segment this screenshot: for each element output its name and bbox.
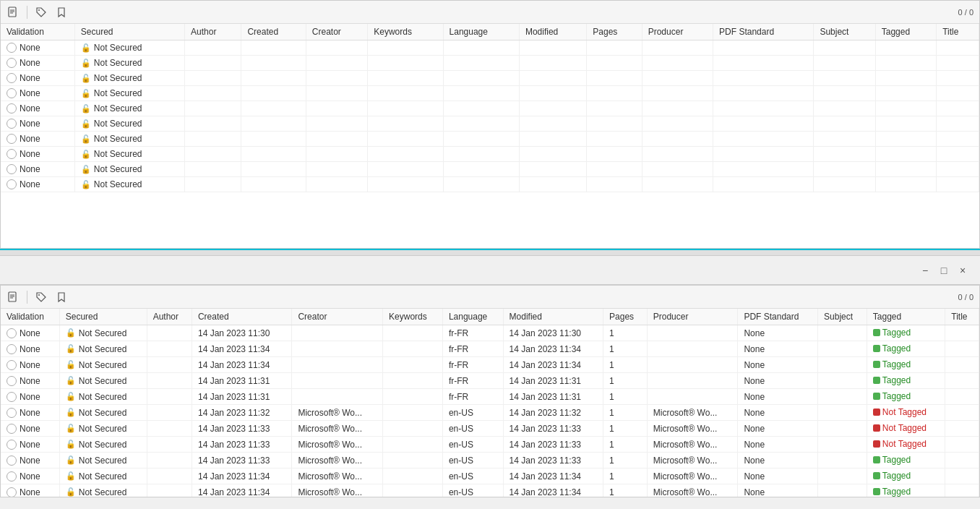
svg-point-9 [38, 294, 40, 296]
table-row[interactable]: None 🔓 Not Secured 14 Jan 2023 11:33 Mic… [1, 453, 979, 469]
cell-keywords [368, 132, 443, 147]
cell-tagged: Tagged [867, 325, 945, 341]
tagged-value: Tagged [873, 359, 911, 369]
cell-secured: 🔓 Not Secured [59, 484, 147, 497]
table-row[interactable]: None 🔓 Not Secured 14 Jan 2023 11:31 fr-… [1, 373, 979, 389]
table-container-2[interactable]: Validation Secured Author Created Creato… [1, 309, 979, 497]
cell-language [443, 86, 519, 101]
validation-value: None [20, 119, 40, 129]
tagged-value: Tagged [873, 375, 911, 385]
cell-tagged [875, 71, 936, 86]
cell-subject [818, 453, 867, 469]
cell-secured: 🔓 Not Secured [74, 177, 184, 192]
cell-creator: Microsoft® Wo... [292, 437, 383, 453]
cell-pages: 1 [603, 357, 648, 373]
secured-value: Not Secured [79, 440, 127, 450]
col-validation: Validation [1, 24, 74, 40]
table-container-1[interactable]: Validation Secured Author Created Creato… [1, 24, 979, 248]
col-tagged: Tagged [875, 24, 936, 40]
cell-language: fr-FR [442, 325, 503, 341]
table-row[interactable]: None 🔓 Not Secured [1, 71, 979, 86]
cell-secured: 🔓 Not Secured [59, 357, 147, 373]
document-icon-2[interactable] [7, 291, 20, 304]
cell-modified: 14 Jan 2023 11:32 [503, 405, 603, 421]
cell-created: 14 Jan 2023 11:34 [192, 341, 291, 357]
table-row[interactable]: None 🔓 Not Secured [1, 56, 979, 71]
cell-subject [818, 341, 867, 357]
table-row[interactable]: None 🔓 Not Secured 14 Jan 2023 11:33 Mic… [1, 437, 979, 453]
cell-author [185, 40, 241, 56]
document-icon[interactable] [7, 6, 20, 19]
table-row[interactable]: None 🔓 Not Secured [1, 147, 979, 162]
cell-author [147, 484, 192, 497]
cell-creator: Microsoft® Wo... [292, 453, 383, 469]
cell-pdfstandard [713, 56, 814, 71]
cell-modified [519, 116, 586, 132]
cell-created: 14 Jan 2023 11:33 [192, 453, 291, 469]
tagged-value: Tagged [873, 487, 911, 497]
cell-modified: 14 Jan 2023 11:33 [503, 421, 603, 437]
cell-pdfstandard [713, 132, 814, 147]
secured-value: Not Secured [79, 424, 127, 434]
table-row[interactable]: None 🔓 Not Secured 14 Jan 2023 11:32 Mic… [1, 405, 979, 421]
cell-title [937, 177, 979, 192]
table-row[interactable]: None 🔓 Not Secured 14 Jan 2023 11:34 Mic… [1, 484, 979, 497]
cell-pages [587, 101, 642, 116]
cell-author [147, 437, 192, 453]
bookmark-icon[interactable] [55, 6, 68, 19]
validation-icon [7, 440, 17, 450]
close-button[interactable]: × [957, 265, 968, 276]
cell-subject [814, 56, 875, 71]
table-row[interactable]: None 🔓 Not Secured 14 Jan 2023 11:33 Mic… [1, 421, 979, 437]
cell-producer [642, 71, 713, 86]
table-row[interactable]: None 🔓 Not Secured [1, 132, 979, 147]
cell-modified [519, 71, 586, 86]
cell-secured: 🔓 Not Secured [59, 421, 147, 437]
tag-icon[interactable] [35, 6, 48, 19]
cell-producer [647, 341, 738, 357]
lock-icon: 🔓 [66, 360, 76, 369]
secured-value: Not Secured [94, 164, 142, 174]
table-row[interactable]: None 🔓 Not Secured [1, 116, 979, 132]
tagged-dot-green [873, 345, 880, 352]
cell-creator [306, 101, 367, 116]
col-keywords: Keywords [368, 24, 443, 40]
table-row[interactable]: None 🔓 Not Secured [1, 86, 979, 101]
cell-keywords [383, 453, 443, 469]
table-row[interactable]: None 🔓 Not Secured 14 Jan 2023 11:34 fr-… [1, 341, 979, 357]
table-row[interactable]: None 🔓 Not Secured [1, 101, 979, 116]
cell-secured: 🔓 Not Secured [74, 56, 184, 71]
table-row[interactable]: None 🔓 Not Secured 14 Jan 2023 11:34 Mic… [1, 469, 979, 484]
cell-pages [587, 40, 642, 56]
table-row[interactable]: None 🔓 Not Secured [1, 162, 979, 177]
cell-author [185, 132, 241, 147]
cell-created: 14 Jan 2023 11:34 [192, 357, 291, 373]
cell-subject [814, 147, 875, 162]
cell-producer [642, 147, 713, 162]
table-row[interactable]: None 🔓 Not Secured [1, 177, 979, 192]
table-row[interactable]: None 🔓 Not Secured [1, 40, 979, 56]
col-creator: Creator [306, 24, 367, 40]
tag-icon-2[interactable] [35, 291, 48, 304]
table-row[interactable]: None 🔓 Not Secured 14 Jan 2023 11:31 fr-… [1, 389, 979, 405]
cell-validation: None [1, 162, 74, 177]
cell-keywords [368, 177, 443, 192]
cell-title [937, 71, 979, 86]
cell-pdfstandard [713, 40, 814, 56]
cell-pages [587, 86, 642, 101]
table-row[interactable]: None 🔓 Not Secured 14 Jan 2023 11:30 fr-… [1, 325, 979, 341]
maximize-button[interactable]: □ [938, 265, 950, 276]
cell-pdfstandard [713, 147, 814, 162]
cell-language: fr-FR [442, 341, 503, 357]
bookmark-icon-2[interactable] [55, 291, 68, 304]
cell-created [241, 40, 306, 56]
minimize-button[interactable]: − [919, 265, 931, 276]
cell-secured: 🔓 Not Secured [74, 116, 184, 132]
validation-value: None [20, 471, 40, 482]
cell-tagged: Tagged [867, 373, 945, 389]
cell-modified [519, 56, 586, 71]
cell-subject [818, 373, 867, 389]
cell-author [185, 116, 241, 132]
cell-author [147, 325, 192, 341]
table-row[interactable]: None 🔓 Not Secured 14 Jan 2023 11:34 fr-… [1, 357, 979, 373]
